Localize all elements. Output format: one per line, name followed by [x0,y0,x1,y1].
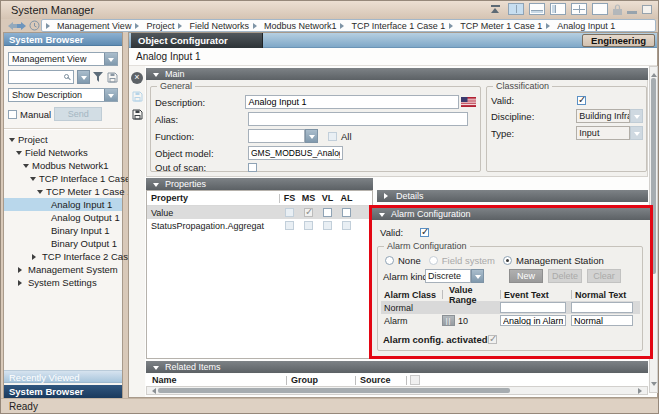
chevron-collapsed-icon[interactable] [18,267,25,273]
system-browser-header: System Browser [4,33,122,46]
layout-split-icon[interactable] [508,3,524,15]
alarm-kind-dropdown-icon[interactable] [471,269,484,283]
close-icon[interactable]: × [131,72,143,84]
back-button[interactable] [4,20,17,31]
chevron-collapsed-icon[interactable] [18,280,25,286]
normal-text-input[interactable] [571,302,633,313]
send-button[interactable]: Send [54,107,102,121]
property-row-statuspropagation[interactable]: StatusPropagation.Aggregat [147,219,372,232]
tree-item-tcp-meter-1[interactable]: TCP Meter 1 Case 1 [4,185,122,198]
radio-management-station[interactable] [503,256,512,265]
tree-item-project[interactable]: Project [4,133,122,146]
alias-input[interactable] [248,112,468,126]
scroll-up-icon[interactable] [651,70,657,77]
save-as-icon[interactable] [132,109,143,120]
al-checkbox[interactable] [342,208,351,217]
section-header-details[interactable]: Details [377,190,648,202]
object-model-input[interactable] [248,146,343,160]
new-button[interactable]: New [509,269,543,283]
valid-checkbox[interactable] [577,96,586,105]
delete-button[interactable]: Delete [548,269,582,283]
layout-quad-icon[interactable] [571,3,587,15]
history-clock-icon[interactable] [29,20,40,31]
breadcrumb-item[interactable]: Analog Input 1 [555,21,617,31]
tree-item-analog-input-1[interactable]: Analog Input 1 [4,198,122,211]
search-dropdown-icon[interactable] [77,70,90,84]
tree-item-analog-output-1[interactable]: Analog Output 1 [4,211,122,224]
filter-icon[interactable] [93,72,104,82]
alarm-valid-checkbox[interactable] [420,228,429,237]
alarm-configuration-group: Alarm Configuration None Field system Ma… [377,246,643,351]
breadcrumb-item[interactable]: TCP Meter 1 Case 1 [458,21,544,31]
horizontal-scrollbar[interactable] [146,386,648,395]
discipline-dropdown-icon[interactable] [630,109,643,123]
al-checkbox [342,221,351,230]
event-text-input[interactable] [500,302,566,313]
system-browser-panel: System Browser Management View Show Desc… [3,32,123,400]
type-dropdown-icon[interactable] [630,126,643,140]
tree-item-binary-output-1[interactable]: Binary Output 1 [4,237,122,250]
tree-item-tcp-interface-2[interactable]: TCP Interface 2 Case 1 [4,250,122,263]
tree-item-system-settings[interactable]: System Settings [4,276,122,289]
view-selector[interactable]: Management View [8,52,118,66]
tree-item-binary-input-1[interactable]: Binary Input 1 [4,224,122,237]
breadcrumb-item[interactable]: Modbus Network1 [262,21,339,31]
manual-checkbox[interactable] [8,110,17,119]
breadcrumb-item[interactable]: TCP Interface 1 Case 1 [349,21,447,31]
scroll-left-icon[interactable] [149,388,156,394]
editor-toolbar: × [129,66,145,397]
alarm-row-alarm[interactable]: Alarm || 10 [381,314,640,327]
clear-button[interactable]: Clear [587,269,621,283]
chevron-expanded-icon[interactable] [9,138,15,145]
section-header-main[interactable]: Main [146,68,648,80]
scroll-right-icon[interactable] [638,388,645,394]
function-input[interactable] [248,129,305,143]
section-header-related-items[interactable]: Related Items [146,361,648,373]
layout-left-pane-icon[interactable] [550,3,566,15]
tree-item-modbus-network[interactable]: Modbus Network1 [4,159,122,172]
layout-single-icon[interactable] [592,3,608,15]
scroll-down-icon[interactable] [651,382,657,389]
function-dropdown-icon[interactable] [305,129,318,143]
language-flag-icon[interactable] [461,97,476,107]
section-header-properties[interactable]: Properties [146,178,373,190]
layout-bottom-pane-icon[interactable] [529,3,545,15]
tab-object-configurator[interactable]: Object Configurator [131,33,263,48]
tree-item-field-networks[interactable]: Field Networks [4,146,122,159]
radio-none[interactable] [385,256,394,265]
display-mode-selector[interactable]: Show Description [8,88,118,102]
horizontal-scrollbar-thumb[interactable] [158,388,510,393]
vl-checkbox[interactable] [323,208,332,217]
alarm-row-normal[interactable]: Normal [381,301,640,314]
system-browser-tab[interactable]: System Browser [4,385,122,398]
maximize-button[interactable] [642,5,652,14]
breadcrumb-item[interactable]: Project [144,21,176,31]
dock-top-icon[interactable] [489,3,503,15]
chevron-expanded-icon[interactable] [23,164,29,171]
minimize-button[interactable] [627,11,637,14]
description-input[interactable] [245,95,459,109]
chevron-down-icon[interactable] [104,89,117,101]
all-checkbox[interactable] [328,132,337,141]
breadcrumb-item[interactable]: Field Networks [187,21,251,31]
tree-item-tcp-interface-1[interactable]: TCP Interface 1 Case 1 [4,172,122,185]
chevron-expanded-icon[interactable] [16,151,22,158]
out-of-scan-checkbox[interactable] [248,163,257,172]
alarm-table: Alarm Class Value Range Event Text Norma… [381,288,640,327]
status-text: Ready [9,401,38,412]
section-header-alarm-configuration[interactable]: Alarm Configuration [372,208,650,220]
search-input[interactable] [8,70,74,84]
chevron-expanded-icon[interactable] [37,190,43,197]
breadcrumb-item[interactable]: Management View [55,21,133,31]
recently-viewed-tab[interactable]: Recently Viewed [4,370,122,383]
chevron-expanded-icon[interactable] [30,177,36,184]
normal-text-input[interactable] [571,315,633,326]
property-row-value[interactable]: Value [147,206,372,219]
tree-item-management-system[interactable]: Management System [4,263,122,276]
chevron-down-icon[interactable] [104,53,117,65]
event-text-input[interactable] [500,315,566,326]
engineering-mode-button[interactable]: Engineering [582,34,655,47]
value-range-handle-icon[interactable]: || [442,315,455,326]
chevron-collapsed-icon[interactable] [32,254,39,260]
save-filter-icon[interactable] [107,72,118,83]
